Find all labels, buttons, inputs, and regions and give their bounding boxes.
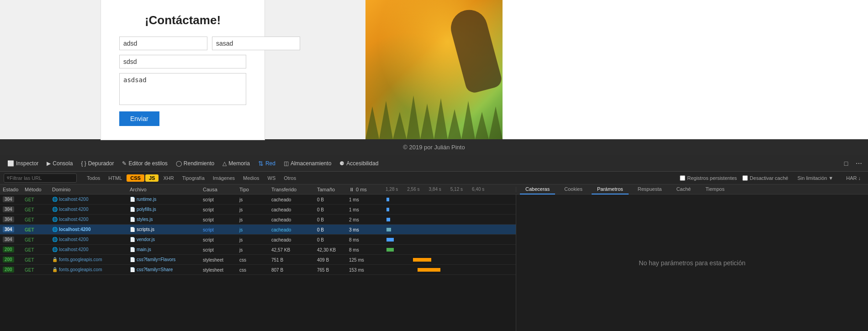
file-text: 📄main.js <box>130 247 199 252</box>
status-badge: 304 <box>3 226 14 232</box>
har-button[interactable]: HAR ↓ <box>842 174 864 182</box>
panel-tab-cookies[interactable]: Cookies <box>559 184 588 194</box>
col-header-transferido[interactable]: Transferido <box>270 187 315 192</box>
message-textarea[interactable]: asdsad <box>119 73 246 105</box>
panel-tab-cache[interactable]: Caché <box>671 184 696 194</box>
network-filter-bar: ▿ Todos HTML CSS JS XHR Tipografía Imáge… <box>0 172 868 184</box>
filter-tab-medios[interactable]: Medios <box>239 174 263 182</box>
throttle-dropdown[interactable]: Sin limitación ▼ <box>794 174 837 182</box>
red-icon: ⇅ <box>258 160 264 167</box>
domain-text: 🌐localhost:4200 <box>52 247 126 252</box>
submit-button[interactable]: Enviar <box>119 111 159 126</box>
domain-text: 🌐localhost:4200 <box>52 217 126 222</box>
filter-tab-ws[interactable]: WS <box>264 174 280 182</box>
filter-tab-todos[interactable]: Todos <box>83 174 104 182</box>
lock-icon: 🔒 <box>52 257 58 262</box>
table-row[interactable]: 304 GET 🌐localhost:4200 📄styles.js scrip… <box>0 215 516 225</box>
filter-tab-otros[interactable]: Otros <box>280 174 300 182</box>
table-row[interactable]: 304 GET 🌐localhost:4200 📄runtime.js scri… <box>0 194 516 205</box>
filter-tab-xhr[interactable]: XHR <box>159 174 177 182</box>
col-header-estado[interactable]: Estado <box>0 187 23 192</box>
toolbar-almacenamiento[interactable]: ◫ Almacenamiento <box>280 158 335 168</box>
tiempo-text: 8 ms <box>349 247 359 252</box>
table-row[interactable]: 200 GET 🔒fonts.googleapis.com 📄css?famil… <box>0 265 516 275</box>
tiempo-text: 2 ms <box>349 217 359 222</box>
tipo-text: css <box>239 268 246 273</box>
toolbar-inspector[interactable]: ⬜ Inspector <box>4 158 42 168</box>
persistent-logs-label: Registros persistentes <box>680 175 737 181</box>
domain-text: 🌐localhost:4200 <box>52 197 126 202</box>
email-input[interactable] <box>119 55 246 68</box>
globe-icon: 🌐 <box>52 217 58 222</box>
globe-icon: 🌐 <box>52 237 58 242</box>
col-header-tiempo[interactable]: ⏸ 0 ms <box>347 187 384 192</box>
toolbar-consola[interactable]: ▶ Consola <box>43 158 76 168</box>
form-row-1 <box>119 37 246 50</box>
status-badge: 304 <box>3 216 14 222</box>
file-text: 📄runtime.js <box>130 197 199 202</box>
editor-icon: ✎ <box>122 160 127 167</box>
col-header-archivo[interactable]: Archivo <box>128 187 201 192</box>
first-name-input[interactable] <box>119 37 207 50</box>
last-name-input[interactable] <box>212 37 300 50</box>
dock-button[interactable]: □ <box>841 158 852 169</box>
consola-icon: ▶ <box>47 160 51 167</box>
file-text: 📄scripts.js <box>130 227 199 232</box>
transferido-text: cacheado <box>271 227 291 232</box>
table-row[interactable]: 304 GET 🌐localhost:4200 📄polyfills.js sc… <box>0 205 516 215</box>
toolbar-rendimiento[interactable]: ◯ Rendimiento <box>172 158 218 168</box>
transferido-text: cacheado <box>271 217 291 222</box>
panel-tab-tiempos[interactable]: Tiempos <box>700 184 730 194</box>
filter-tab-css[interactable]: CSS <box>127 174 144 182</box>
col-header-causa[interactable]: Causa <box>201 187 238 192</box>
file-icon: 📄 <box>130 267 135 272</box>
file-icon: 📄 <box>130 257 135 262</box>
toolbar-depurador[interactable]: { } Depurador <box>77 158 117 168</box>
status-badge: 200 <box>3 267 14 273</box>
panel-tab-cabeceras[interactable]: Cabeceras <box>520 184 555 194</box>
contact-title: ¡Contáctame! <box>119 13 246 27</box>
toolbar-red[interactable]: ⇅ Red <box>254 158 279 169</box>
table-row[interactable]: 304 GET 🌐localhost:4200 📄vendor.js scrip… <box>0 235 516 245</box>
causa-text: stylesheet <box>203 257 223 263</box>
causa-text: script <box>203 227 214 232</box>
filter-tab-html[interactable]: HTML <box>105 174 126 182</box>
tiempo-text: 125 ms <box>349 257 364 263</box>
transferido-text: 751 B <box>271 257 283 263</box>
filter-tab-imagenes[interactable]: Imágenes <box>209 174 238 182</box>
toolbar-accesibilidad[interactable]: ⚈ Accesibilidad <box>336 158 382 168</box>
persistent-logs-checkbox[interactable] <box>680 175 685 181</box>
filter-tab-tipografia[interactable]: Tipografía <box>179 174 208 182</box>
toolbar-editor[interactable]: ✎ Editor de estilos <box>118 158 171 168</box>
col-header-metodo[interactable]: Método <box>23 187 50 192</box>
network-table-body: 304 GET 🌐localhost:4200 📄runtime.js scri… <box>0 194 868 331</box>
url-filter-input[interactable] <box>10 175 74 181</box>
depurador-icon: { } <box>81 160 86 167</box>
filter-tab-js[interactable]: JS <box>145 174 159 182</box>
tiempo-text: 153 ms <box>349 268 364 273</box>
file-icon: 📄 <box>130 227 135 232</box>
tiempo-text: 1 ms <box>349 207 359 212</box>
method-label: GET <box>25 247 34 252</box>
lock-icon: 🔒 <box>52 267 58 272</box>
tamano-text: 0 B <box>317 227 324 232</box>
tiempo-text: 8 ms <box>349 237 359 242</box>
more-button[interactable]: ⋯ <box>853 158 864 169</box>
panel-tab-respuesta[interactable]: Respuesta <box>632 184 667 194</box>
status-badge: 304 <box>3 236 14 242</box>
table-row[interactable]: 304 GET 🌐localhost:4200 📄scripts.js scri… <box>0 225 516 235</box>
tamano-text: 0 B <box>317 237 324 242</box>
col-header-dominio[interactable]: Dominio <box>50 187 128 192</box>
col-header-waterfall: 1,28 s2,56 s3,84 s5,12 s6,40 s <box>384 187 516 192</box>
url-filter-wrap: ▿ <box>4 173 77 183</box>
table-row[interactable]: 200 GET 🌐localhost:4200 📄main.js script … <box>0 245 516 255</box>
col-header-tamano[interactable]: Tamaño <box>315 187 347 192</box>
table-row[interactable]: 200 GET 🔒fonts.googleapis.com 📄css?famil… <box>0 255 516 265</box>
toolbar-memoria[interactable]: △ Memoria <box>219 158 254 168</box>
panel-tab-parametros[interactable]: Parámetros <box>592 184 629 194</box>
filter-checkboxes: Registros persistentes Desactivar caché … <box>680 174 864 182</box>
domain-text: 🌐localhost:4200 <box>52 237 126 242</box>
method-label: GET <box>25 237 34 242</box>
col-header-tipo[interactable]: Tipo <box>238 187 270 192</box>
disable-cache-checkbox[interactable] <box>742 175 748 181</box>
